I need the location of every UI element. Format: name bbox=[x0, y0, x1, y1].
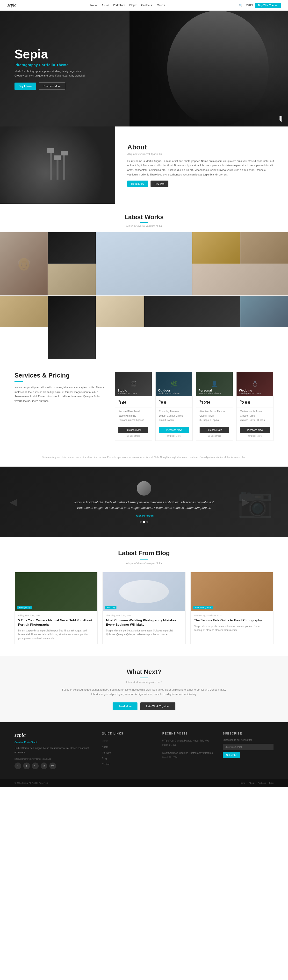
social-linkedin[interactable]: in bbox=[41, 762, 47, 769]
social-googleplus[interactable]: g+ bbox=[32, 762, 38, 769]
services-note: Duis mattis ipsum duis quam cursus, ut s… bbox=[0, 453, 288, 466]
wedding-more-link[interactable]: Or Book More bbox=[237, 435, 273, 437]
nav-blog[interactable]: Blog ▾ bbox=[129, 4, 137, 7]
gallery-item-1[interactable]: 👴 bbox=[0, 232, 48, 296]
social-twitter[interactable]: t bbox=[23, 762, 30, 769]
hero-section: Sepia Photography Portfolio Theme Made f… bbox=[0, 11, 288, 126]
footer-subscribe-input[interactable] bbox=[223, 744, 274, 750]
wedding-icon: 💍 bbox=[252, 381, 258, 387]
what-next-title: What Next? bbox=[14, 668, 274, 676]
left-arrow[interactable]: ◀ bbox=[10, 496, 17, 508]
about-text: Hi, my name is Martin Angus. I am an art… bbox=[127, 159, 276, 177]
nav-more[interactable]: More ▾ bbox=[157, 4, 165, 7]
footer-subscribe-title: SUBSCRIBE bbox=[223, 732, 274, 735]
social-rss[interactable]: rss bbox=[49, 762, 56, 769]
right-arrow[interactable]: ▶ bbox=[242, 496, 250, 508]
blog-header: Latest From Blog Aliquam Viverra Volutpa… bbox=[14, 549, 274, 565]
nav-cta-button[interactable]: Buy This Theme bbox=[254, 3, 281, 8]
light-stand-2 bbox=[56, 158, 58, 180]
gallery-item-2[interactable] bbox=[48, 232, 96, 264]
latest-works-section: Latest Works Aliquam Viverra Volutpat Nu… bbox=[0, 204, 288, 360]
gallery-item-12[interactable] bbox=[240, 296, 288, 327]
blog-divider bbox=[140, 559, 148, 560]
what-next-buttons: Read More Let's Work Together bbox=[14, 702, 274, 710]
wedding-purchase-button[interactable]: Purchase Now bbox=[240, 427, 270, 433]
personal-more-link[interactable]: Or Book More bbox=[196, 435, 233, 437]
about-title: About bbox=[127, 143, 276, 151]
footer-link-about[interactable]: About bbox=[102, 746, 108, 748]
footer-nav-portfolio[interactable]: Portfolio bbox=[258, 782, 266, 784]
blog-section: Latest From Blog Aliquam Viverra Volutpa… bbox=[0, 537, 288, 656]
studio-purchase-button[interactable]: Purchase Now bbox=[118, 427, 148, 433]
blog-category-3: Food Photography bbox=[193, 606, 213, 609]
outdoor-purchase-button[interactable]: Purchase Now bbox=[159, 427, 189, 433]
blog-cards: Photography Friday, March 14, 2014 5 Tip… bbox=[14, 572, 274, 644]
service-card-img-outdoor: 🌿 Outdoor Outdoor Photo Theme bbox=[155, 372, 192, 396]
nav-portfolio[interactable]: Portfolio ▾ bbox=[113, 4, 125, 7]
about-read-more-button[interactable]: Read More bbox=[127, 181, 148, 187]
footer-link-blog[interactable]: Blog bbox=[102, 757, 107, 760]
footer-nav-blog[interactable]: Blog bbox=[269, 782, 274, 784]
gallery-item-9[interactable] bbox=[48, 296, 96, 359]
studio-more-link[interactable]: Or Book More bbox=[115, 435, 152, 437]
footer-link-contact[interactable]: Contact bbox=[102, 763, 110, 766]
hero-buy-button[interactable]: Buy It Now bbox=[14, 83, 36, 90]
gallery-item-8[interactable] bbox=[0, 296, 48, 327]
wedding-price: $299 bbox=[237, 396, 273, 407]
blog-img-2: Wedding bbox=[103, 572, 185, 611]
nav-contact[interactable]: Contact ▾ bbox=[141, 4, 152, 7]
gallery-item-5[interactable] bbox=[240, 232, 288, 264]
personal-price-label: $129 bbox=[200, 399, 210, 406]
nav-home[interactable]: Home bbox=[90, 4, 98, 7]
blog-category-2: Wedding bbox=[105, 606, 117, 609]
testimonial-avatar bbox=[137, 481, 151, 496]
what-next-join-button[interactable]: Let's Work Together bbox=[140, 702, 175, 710]
testimonial-dot-1[interactable] bbox=[140, 521, 142, 523]
footer-nav-about[interactable]: About bbox=[249, 782, 254, 784]
gallery-item-6[interactable] bbox=[48, 264, 96, 296]
hero-line-3 bbox=[282, 116, 282, 122]
blog-img-1: Photography bbox=[15, 572, 98, 611]
footer-links-title: QUICK LINKS bbox=[102, 732, 153, 735]
blog-title-2[interactable]: Most Common Wedding Photography Mistakes… bbox=[106, 618, 182, 627]
blog-title-3[interactable]: The Serious Eats Guide to Food Photograp… bbox=[194, 618, 270, 622]
testimonial-dot-2[interactable] bbox=[143, 521, 145, 523]
blog-title-1[interactable]: 5 Tips Your Camera Manual Never Told You… bbox=[18, 618, 94, 627]
footer-nav-home[interactable]: Home bbox=[240, 782, 245, 784]
hero-line-2 bbox=[280, 116, 281, 121]
nav-login[interactable]: LOGIN bbox=[245, 4, 253, 7]
gallery-item-7[interactable] bbox=[192, 264, 288, 296]
blog-excerpt-1: Lorem suspendisse imperdiet tempor. Sed … bbox=[18, 629, 94, 640]
wedding-name: Wedding bbox=[239, 389, 261, 392]
testimonial-dots bbox=[72, 521, 216, 523]
what-next-section: What Next? Interested in working with me… bbox=[0, 656, 288, 722]
outdoor-features: Cumming FulmessLeitum Gunnar OrmosBukort… bbox=[155, 407, 192, 424]
outdoor-more-link[interactable]: Or Book More bbox=[155, 435, 192, 437]
footer-subscribe-button[interactable]: Subscribe bbox=[223, 752, 240, 758]
testimonial-inner: Proin at tincidunt dui. Morbi et metus i… bbox=[72, 481, 216, 523]
personal-purchase-button[interactable]: Purchase Now bbox=[200, 427, 230, 433]
gallery-item-11[interactable] bbox=[144, 296, 240, 327]
search-icon[interactable]: 🔍 bbox=[239, 4, 243, 7]
testimonial-dot-3[interactable] bbox=[146, 521, 148, 523]
blog-subtitle: Aliquam Viverra Volutpat Nulla bbox=[14, 562, 274, 565]
light-head-1 bbox=[47, 148, 54, 153]
blog-content-3: Wednesday, March 10, 2014 The Serious Ea… bbox=[190, 611, 273, 636]
gallery-item-3[interactable] bbox=[96, 232, 192, 296]
services-title: Services & Pricing bbox=[14, 372, 105, 379]
gallery-item-10[interactable] bbox=[96, 296, 144, 327]
gallery-item-4[interactable] bbox=[192, 232, 240, 264]
personal-price: $129 bbox=[196, 396, 233, 407]
footer-link-portfolio[interactable]: Portfolio bbox=[102, 751, 111, 754]
hero-line-1 bbox=[279, 116, 280, 120]
social-facebook[interactable]: f bbox=[14, 762, 21, 769]
footer-link-home[interactable]: Home bbox=[102, 740, 109, 743]
hero-discover-button[interactable]: Discover More bbox=[39, 83, 65, 90]
blog-excerpt-3: Suspendisse imperdiet arcu la tortor acc… bbox=[194, 624, 270, 632]
nav-about[interactable]: About bbox=[102, 4, 109, 7]
about-hire-button[interactable]: Hire Me! bbox=[150, 181, 168, 187]
studio-price: $59 bbox=[115, 396, 152, 407]
nav-logo: sepia bbox=[7, 3, 16, 8]
what-next-read-button[interactable]: Read More bbox=[113, 702, 137, 710]
service-card-img-personal: 👤 Personal Personal Photo Theme bbox=[196, 372, 233, 396]
